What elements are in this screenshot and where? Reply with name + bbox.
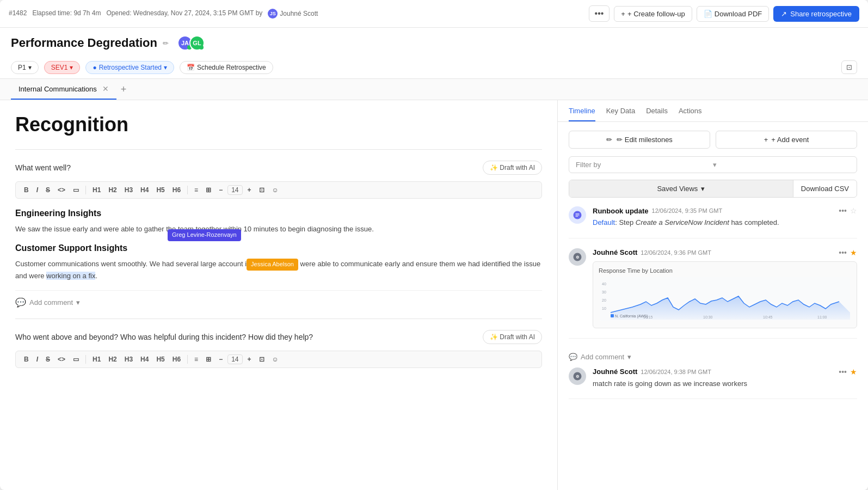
toolbar-code-2[interactable]: <>: [55, 354, 68, 364]
saved-views-button[interactable]: Saved Views ▾: [569, 180, 793, 197]
comment-icon-1: 💬: [15, 297, 26, 308]
collapse-panel-button[interactable]: ⊡: [841, 60, 857, 74]
toolbar-image-2[interactable]: ⊡: [256, 354, 267, 364]
timeline-actions-3: ••• ★: [839, 367, 857, 376]
add-comment-label-1: Add comment: [29, 298, 73, 307]
retro-icon: ●: [93, 64, 96, 71]
toolbar-h4[interactable]: H4: [138, 185, 151, 195]
retro-label: Retrospective Started: [99, 64, 162, 71]
add-comment-row-1[interactable]: 💬 Add comment ▾: [15, 290, 542, 308]
plus-icon: +: [764, 136, 768, 144]
tab-internal-communications[interactable]: Internal Communications ✕: [11, 79, 116, 100]
svg-text:20: 20: [602, 298, 606, 302]
star-icon-3[interactable]: ★: [850, 367, 857, 376]
tab-actions[interactable]: Actions: [679, 107, 702, 121]
star-icon-2[interactable]: ★: [850, 248, 857, 257]
toolbar-emoji[interactable]: ☺: [269, 185, 281, 195]
customer-support-section: Greg Levine-Rozenvayn Customer Support I…: [15, 241, 542, 281]
star-icon-1[interactable]: ☆: [850, 206, 857, 215]
draft-ai-button-1[interactable]: ✨ Draft with AI: [483, 161, 542, 175]
toolbar-h5[interactable]: H5: [153, 185, 167, 195]
editor-toolbar-1: B I S <> ▭ H1 H2 H3 H4 H5 H6 ≡ ⊞ − 14: [15, 181, 542, 199]
more-options-button[interactable]: •••: [589, 5, 610, 22]
page-title: Performance Degredation: [11, 36, 157, 50]
timeline-link-1[interactable]: Default: [593, 218, 615, 226]
draft-ai-button-2[interactable]: ✨ Draft with AI: [483, 330, 542, 344]
title-row: Performance Degredation ✏ JA GL: [0, 28, 868, 56]
right-content: ✏ ✏ Edit milestones + + Add event Filter…: [558, 122, 868, 490]
toolbar-h4-2[interactable]: H4: [138, 354, 151, 364]
filter-bar[interactable]: Filter by ▾: [569, 156, 857, 173]
download-pdf-button[interactable]: 📄 Download PDF: [697, 6, 769, 22]
retro-status-badge[interactable]: ● Retrospective Started ▾: [85, 61, 174, 74]
pdf-label: Download PDF: [715, 10, 762, 18]
download-csv-button[interactable]: Download CSV: [793, 180, 857, 197]
timeline-actions-1: ••• ☆: [839, 206, 857, 215]
timeline-time-2: 12/06/2024, 9:36 PM GMT: [641, 249, 711, 256]
toolbar-list-unordered[interactable]: ≡: [192, 185, 201, 195]
avatar-gl: GL: [189, 35, 205, 51]
toolbar-list-unordered-2[interactable]: ≡: [192, 354, 201, 364]
tab-key-data[interactable]: Key Data: [606, 107, 635, 121]
add-comment-right[interactable]: 💬 Add comment ▾: [569, 348, 857, 361]
pdf-icon: 📄: [704, 10, 712, 18]
edit-title-icon[interactable]: ✏: [163, 39, 169, 47]
opened-label: Opened: Wednesday, Nov 27, 2024, 3:15 PM…: [106, 9, 262, 17]
edit-milestones-button[interactable]: ✏ ✏ Edit milestones: [569, 131, 710, 149]
toolbar-sep-1: [85, 186, 86, 194]
toolbar-bold-2[interactable]: B: [21, 354, 32, 364]
chevron-down-icon-right: ▾: [627, 353, 631, 361]
add-tab-button[interactable]: +: [116, 84, 131, 95]
p2-before: Customer communications went smoothly. W…: [15, 260, 247, 268]
toolbar-plus[interactable]: +: [245, 185, 254, 195]
calendar-icon: 📅: [187, 64, 195, 71]
toolbar-minus[interactable]: −: [216, 185, 225, 195]
toolbar-image[interactable]: ⊡: [256, 185, 267, 195]
tab-timeline[interactable]: Timeline: [569, 107, 595, 121]
toolbar-h2-2[interactable]: H2: [106, 354, 119, 364]
toolbar-h1-2[interactable]: H1: [90, 354, 103, 364]
toolbar-h6[interactable]: H6: [170, 185, 183, 195]
toolbar-h1[interactable]: H1: [90, 185, 103, 195]
toolbar-emoji-2[interactable]: ☺: [269, 354, 281, 364]
chevron-down-icon-2: ▾: [70, 64, 73, 71]
svg-text:11:00: 11:00: [817, 315, 827, 319]
toolbar-bold[interactable]: B: [21, 185, 32, 195]
top-bar-actions: ••• + + Create follow-up 📄 Download PDF …: [589, 5, 859, 22]
toolbar-strikethrough[interactable]: S: [43, 185, 53, 195]
opened-by: Jouhné Scott: [280, 10, 318, 17]
toolbar-minus-2[interactable]: −: [216, 354, 225, 364]
toolbar-strikethrough-2[interactable]: S: [43, 354, 53, 364]
share-retrospective-button[interactable]: ↗ Share retrospective: [773, 6, 859, 22]
toolbar-h5-2[interactable]: H5: [153, 354, 167, 364]
user-icon-3: ⚙: [572, 371, 582, 381]
create-follow-up-button[interactable]: + + Create follow-up: [614, 6, 692, 22]
toolbar-h3[interactable]: H3: [122, 185, 136, 195]
highlighted-text: working on a fix: [46, 272, 95, 280]
toolbar-h6-2[interactable]: H6: [170, 354, 183, 364]
timeline-item-1: Runbook update 12/06/2024, 9:35 PM GMT •…: [569, 206, 857, 238]
timeline-dots-3[interactable]: •••: [839, 367, 847, 376]
toolbar-code[interactable]: <>: [55, 185, 68, 195]
toolbar-h2[interactable]: H2: [106, 185, 119, 195]
toolbar-block[interactable]: ▭: [70, 185, 82, 195]
timeline-dots-1[interactable]: •••: [839, 206, 847, 215]
p2-end: .: [95, 272, 97, 280]
toolbar-h3-2[interactable]: H3: [122, 354, 136, 364]
schedule-badge[interactable]: 📅 Schedule Retrospective: [180, 61, 273, 74]
tab-details[interactable]: Details: [646, 107, 668, 121]
timeline-dots-2[interactable]: •••: [839, 248, 847, 257]
add-event-button[interactable]: + + Add event: [716, 131, 857, 149]
toolbar-list-ordered[interactable]: ⊞: [203, 185, 214, 195]
toolbar-list-ordered-2[interactable]: ⊞: [203, 354, 214, 364]
what-went-well-section: What went well? ✨ Draft with AI B I S <>…: [15, 161, 542, 308]
toolbar-italic[interactable]: I: [34, 185, 41, 195]
tab-close-icon[interactable]: ✕: [102, 84, 109, 93]
severity-badge[interactable]: SEV1 ▾: [44, 61, 81, 74]
customer-support-heading: Customer Support Insights: [15, 241, 542, 255]
toolbar-italic-2[interactable]: I: [34, 354, 41, 364]
toolbar-block-2[interactable]: ▭: [70, 354, 82, 364]
timeline-item-2: ⚙ Jouhné Scott 12/06/2024, 9:36 PM GMT •…: [569, 248, 857, 339]
priority-badge[interactable]: P1 ▾: [11, 61, 39, 74]
toolbar-plus-2[interactable]: +: [245, 354, 254, 364]
